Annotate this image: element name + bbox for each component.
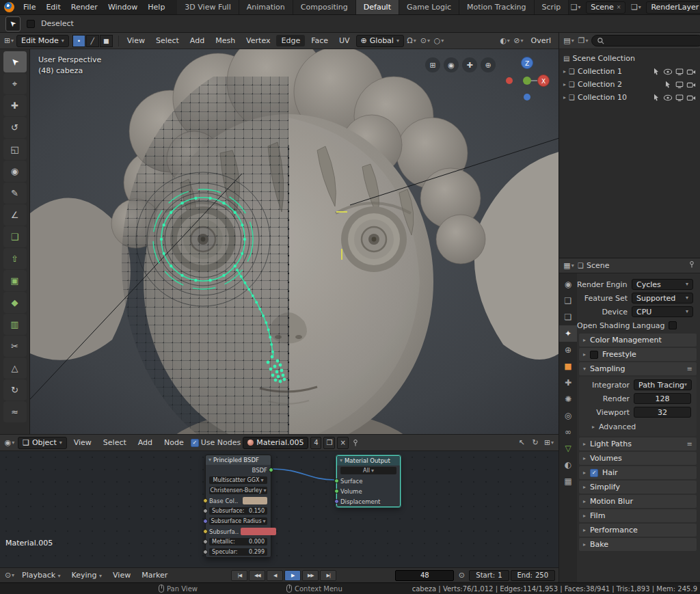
renderlayer-browse-button[interactable]: ❏▾ <box>630 1 642 14</box>
pin-icon[interactable] <box>351 439 360 447</box>
section-simplify[interactable]: ▸Simplify <box>579 481 697 494</box>
xray-toggle[interactable]: ⊘▾ <box>512 35 524 47</box>
hair-checkbox[interactable]: ✓ <box>590 469 598 477</box>
editor-type-timeline-button[interactable]: ⊙▾ <box>3 569 16 582</box>
tab-3d-view-full[interactable]: 3D View Full <box>177 0 239 15</box>
section-motion-blur[interactable]: ▸Motion Blur <box>579 495 697 508</box>
vertex-select-button[interactable]: • <box>72 35 85 47</box>
prev-keyframe-button[interactable]: ◀◀ <box>249 570 265 581</box>
tab-scene[interactable]: ✦ <box>559 325 577 342</box>
select-cursor-icon[interactable] <box>663 81 673 89</box>
subsurface-socket[interactable] <box>203 509 208 513</box>
edge-select-button[interactable]: ╱ <box>86 35 99 47</box>
distribution-select[interactable]: Multiscatter GGX▾ <box>209 476 267 484</box>
base-color-swatch[interactable] <box>243 497 267 504</box>
scale-tool[interactable]: ◱ <box>3 139 27 160</box>
shading-solid-button[interactable]: ◐▾ <box>498 35 511 47</box>
proportional-edit-button[interactable]: ○▾ <box>433 35 445 47</box>
axis-gizmo[interactable]: X Z <box>500 53 554 108</box>
tab-output[interactable]: ❑ <box>559 293 577 309</box>
menu-file[interactable]: File <box>18 1 40 13</box>
specular-socket[interactable] <box>203 550 208 554</box>
surface-input-socket[interactable] <box>334 478 339 483</box>
expand-icon[interactable]: ▸ <box>563 82 566 87</box>
scene-unlink-icon[interactable]: × <box>617 5 621 10</box>
subsurface-color-socket[interactable] <box>203 529 208 534</box>
editor-type-outliner-button[interactable]: ▤▾ <box>563 35 575 47</box>
section-volumes[interactable]: ▸Volumes <box>579 452 697 465</box>
tab-texture[interactable]: ▦ <box>559 473 577 489</box>
frame-start-field[interactable]: Start:1 <box>469 570 509 581</box>
measure-tool[interactable]: ∠ <box>3 204 27 226</box>
move-tool[interactable]: ✚ <box>3 95 27 116</box>
subsurface-radius-socket[interactable] <box>203 519 208 524</box>
menu-view[interactable]: View <box>122 35 150 46</box>
menu-node-select[interactable]: Select <box>98 437 131 448</box>
render-visibility-icon[interactable] <box>686 68 696 76</box>
subsurface-radius-field[interactable]: Subsurface Radius▾ <box>209 517 267 525</box>
tab-modifiers[interactable]: ✚ <box>559 375 577 391</box>
mode-selector[interactable]: Edit Mode▾ <box>16 35 69 47</box>
outliner-row-collection-2[interactable]: ▸ ❑ Collection 2 <box>559 78 700 91</box>
extrude-tool[interactable]: ⇧ <box>3 248 27 269</box>
sampling-presets-icon[interactable]: ≡ <box>687 365 692 373</box>
next-keyframe-button[interactable]: ▶▶ <box>302 570 319 581</box>
outliner-row-collection-1[interactable]: ▸ ❑ Collection 1 <box>559 65 700 78</box>
bsdf-output-socket[interactable] <box>269 468 273 472</box>
tab-compositing[interactable]: Compositing <box>293 0 356 15</box>
principled-bsdf-node[interactable]: ▾Principled BSDF BSDF Multiscatter GGX▾ … <box>205 455 271 558</box>
menu-uv[interactable]: UV <box>334 35 355 46</box>
auto-keying-icon[interactable]: ⊙ <box>455 569 468 582</box>
menu-face[interactable]: Face <box>306 35 333 46</box>
shader-type-selector[interactable]: ❑Object▾ <box>18 437 67 449</box>
material-output-node[interactable]: ▾Material Output All▾ Surface Volume Dis… <box>336 455 401 507</box>
menu-node-add[interactable]: Add <box>133 437 157 448</box>
menu-help[interactable]: Help <box>143 1 170 13</box>
tab-physics[interactable]: ◎ <box>559 407 577 424</box>
pivot-point-button[interactable]: ⊙▾ <box>419 35 431 47</box>
tab-scripting[interactable]: Scrip <box>535 0 569 15</box>
menu-mesh[interactable]: Mesh <box>211 35 240 46</box>
tab-object-data[interactable]: ▽ <box>559 440 577 457</box>
material-users-button[interactable]: 4 <box>310 437 321 449</box>
viewport-visibility-icon[interactable] <box>675 81 684 89</box>
inset-tool[interactable]: ▣ <box>3 270 27 291</box>
feature-set-select[interactable]: Supported▾ <box>632 293 693 303</box>
blender-logo-icon[interactable] <box>4 2 14 12</box>
sss-method-select[interactable]: Christensen-Burley▾ <box>209 487 267 494</box>
menu-edit[interactable]: Edit <box>41 1 65 13</box>
jump-end-button[interactable]: ▶| <box>320 570 336 581</box>
material-output-node-header[interactable]: ▾Material Output <box>337 456 400 465</box>
tab-animation[interactable]: Animation <box>239 0 293 15</box>
tab-object[interactable]: ■ <box>559 358 577 375</box>
menu-node-node[interactable]: Node <box>159 437 189 448</box>
play-button[interactable]: ▶ <box>284 570 301 581</box>
play-reverse-button[interactable]: ◀ <box>267 570 283 581</box>
integrator-select[interactable]: Path Tracing▾ <box>634 379 692 390</box>
scene-browse-button[interactable]: ❑▾ <box>569 1 582 14</box>
render-visibility-icon[interactable] <box>686 94 696 102</box>
transform-tool[interactable]: ◉ <box>3 161 27 182</box>
hide-eye-icon[interactable] <box>663 68 673 76</box>
metallic-slider[interactable]: Metallic:0.000 <box>209 538 267 545</box>
outliner-row-collection-10[interactable]: ▸ ❑ Collection 10 <box>559 91 700 104</box>
device-select[interactable]: CPU▾ <box>632 306 693 317</box>
grid-view-icon[interactable]: ⊞ <box>425 57 440 72</box>
section-light-paths[interactable]: ▸Light Paths ≡ <box>579 437 697 450</box>
base-color-socket[interactable] <box>203 498 208 503</box>
expand-icon[interactable]: ▸ <box>563 69 566 75</box>
specular-slider[interactable]: Specular:0.299 <box>209 548 267 556</box>
use-nodes-checkbox[interactable]: ✓ <box>191 439 199 447</box>
light-paths-presets-icon[interactable]: ≡ <box>687 440 692 448</box>
section-sampling[interactable]: ▾Sampling ≡ <box>579 362 697 375</box>
back-arrow-icon[interactable]: ↖ <box>515 437 528 449</box>
expand-icon[interactable]: ▸ <box>563 95 566 100</box>
menu-playback[interactable]: Playback ▾ <box>17 569 66 581</box>
tab-default[interactable]: Default <box>356 0 399 15</box>
viewport[interactable]: User Perspective (48) cabeza ⊞ ◉ ✚ ⊕ X Z <box>30 49 559 434</box>
tab-game-logic[interactable]: Game Logic <box>399 0 459 15</box>
outliner-search-input[interactable] <box>608 37 699 44</box>
outliner-search[interactable] <box>591 35 700 46</box>
select-cursor-icon[interactable] <box>651 68 661 76</box>
menu-select[interactable]: Select <box>151 35 184 46</box>
